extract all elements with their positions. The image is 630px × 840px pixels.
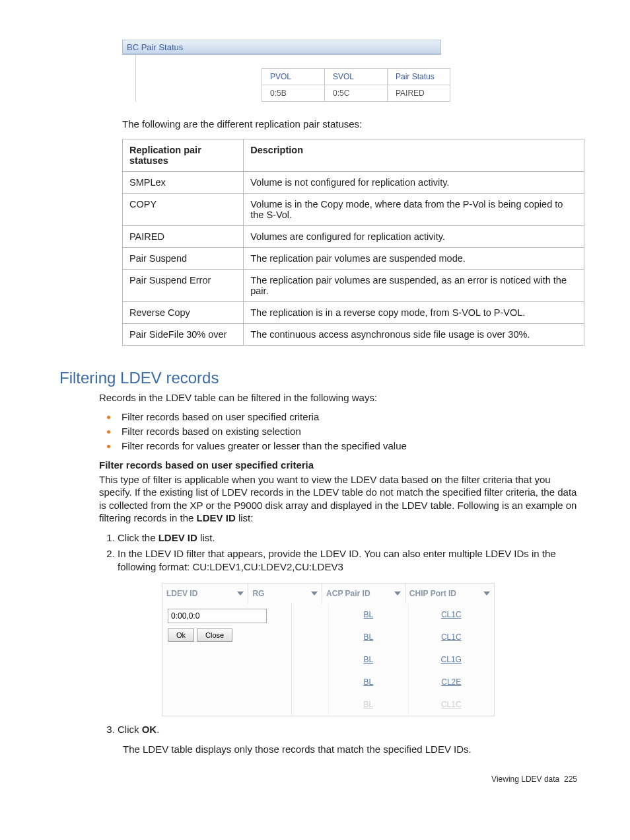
bc-pair-table: PVOL SVOL Pair Status 0:5B 0:5C PAIRED [262,68,450,102]
chip-link[interactable]: CL1C [441,610,462,619]
bc-td-pairstatus: PAIRED [388,85,450,102]
acp-link[interactable]: BL [363,610,373,619]
list-item: Filter records based on user specified c… [118,411,577,422]
filter-subhead: Filter records based on user specified c… [99,459,577,471]
status-intro: The following are the different replicat… [122,118,577,130]
table-row: Reverse CopyThe replication is in a reve… [123,302,584,324]
table-row: Pair Suspend ErrorThe replication pair v… [123,270,584,302]
chevron-down-icon [311,592,318,595]
bc-pair-status-block: BC Pair Status PVOL SVOL Pair Status 0:5… [122,40,577,102]
close-button[interactable]: Close [197,629,232,642]
step-3: Click OK. [118,723,577,736]
col-acp-pair-id[interactable]: ACP Pair ID [322,584,405,603]
table-row: COPYVolume is in the Copy mode, where da… [123,194,584,226]
status-th-1: Replication pair statuses [123,139,244,172]
acp-link[interactable]: BL [363,677,373,687]
ok-button[interactable]: Ok [168,629,194,642]
filter-intro: Records in the LDEV table can be filtere… [99,391,577,404]
chip-link[interactable]: CL1C [441,632,462,642]
acp-link[interactable]: BL [363,632,373,642]
filter-steps-cont: Click OK. [99,723,577,736]
acp-link[interactable]: BL [363,655,373,664]
filter-steps: Click the LDEV ID list. In the LDEV ID f… [99,531,577,574]
step-2: In the LDEV ID filter that appears, prov… [118,547,577,574]
chip-link[interactable]: CL1C [441,700,462,709]
section-heading: Filtering LDEV records [59,369,577,387]
chevron-down-icon [394,592,401,595]
acp-link[interactable]: BL [363,700,373,709]
page-footer: Viewing LDEV data 225 [59,775,577,784]
bc-th-pairstatus: Pair Status [388,69,450,85]
col-rg[interactable]: RG [248,584,322,603]
replication-status-table: Replication pair statuses Description SM… [122,139,584,346]
ldev-filter-panel: LDEV ID RG ACP Pair ID CHIP Port ID OkCl… [162,583,495,716]
filter-paragraph: This type of filter is applicable when y… [99,473,577,525]
step-1: Click the LDEV ID list. [118,531,577,545]
table-row: SMPLexVolume is not configured for repli… [123,172,584,194]
col-chip-port-id[interactable]: CHIP Port ID [405,584,494,603]
col-ldev-id[interactable]: LDEV ID [162,584,248,603]
bc-th-svol: SVOL [325,69,388,85]
status-th-2: Description [244,139,584,172]
ldev-id-input[interactable] [168,609,267,623]
list-item: Filter records based on existing selecti… [118,426,577,437]
table-row: Pair SuspendThe replication pair volumes… [123,248,584,270]
table-row: PAIREDVolumes are configured for replica… [123,226,584,248]
table-row: Pair SideFile 30% overThe continuous acc… [123,324,584,346]
list-item: Filter records for values greater or les… [118,440,577,451]
step-3-result: The LDEV table displays only those recor… [123,744,577,755]
bc-pair-title: BC Pair Status [122,40,441,55]
chip-link[interactable]: CL1G [441,655,462,664]
chip-link[interactable]: CL2E [441,677,461,687]
chevron-down-icon [237,592,244,595]
filter-ways-list: Filter records based on user specified c… [99,411,577,451]
bc-td-pvol: 0:5B [262,85,325,102]
bc-td-svol: 0:5C [325,85,388,102]
bc-th-pvol: PVOL [262,69,325,85]
chevron-down-icon [483,592,490,595]
